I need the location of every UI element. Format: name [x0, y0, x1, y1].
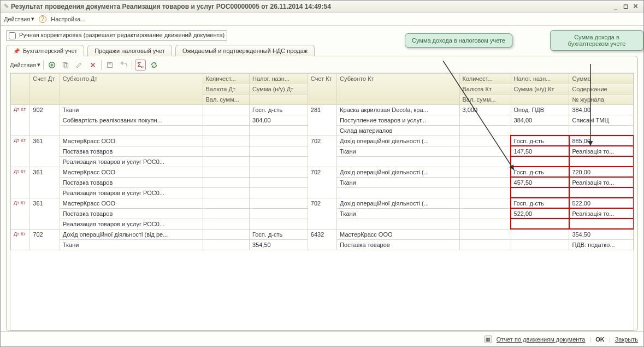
cell-summa-nu-kt: [511, 239, 569, 250]
cell-summa-nu-dt: 354,50: [250, 239, 308, 250]
cell-empty: [511, 156, 569, 167]
hdr-nalog-dt[interactable]: Налог. назн...: [250, 73, 308, 84]
footer: ▦ Отчет по движениям документа | OK | За…: [1, 331, 643, 346]
hdr-valsum-kt[interactable]: Вал. сумм...: [459, 94, 511, 104]
cell-valuta-dt: [203, 146, 249, 156]
hdr-icon[interactable]: [11, 73, 30, 104]
cell-nalog-dt: [250, 198, 308, 208]
table-row[interactable]: Дт Кт 361 МастерКрасс ООО 702 Дохід опер…: [11, 198, 634, 208]
cell-kolich-kt: [459, 136, 511, 146]
sum-button[interactable]: Σн: [135, 60, 146, 70]
cell-empty: [459, 125, 511, 136]
hdr-kolich[interactable]: Количест...: [203, 73, 249, 84]
cell-nalog-kt: [511, 229, 569, 239]
hdr-valsum-dt[interactable]: Вал. сумм...: [203, 94, 249, 104]
row-indicator: Дт Кт: [11, 104, 30, 136]
maximize-button[interactable]: ◻: [621, 3, 630, 10]
hdr-nozhurn[interactable]: № журнала: [569, 94, 634, 104]
close-link[interactable]: Закрыть: [615, 336, 638, 343]
save-button[interactable]: [104, 60, 115, 70]
copy-button[interactable]: [60, 60, 71, 70]
tab-vat[interactable]: Ожидаемый и подтвержденный НДС продаж: [175, 45, 315, 56]
hdr-summa-nu-dt[interactable]: Сумма (н/у) Дт: [250, 84, 308, 94]
cell-summa: 720,00: [569, 167, 634, 177]
tab-sales-tax-label: Продажи налоговый учет: [94, 48, 165, 54]
hdr-valuta-dt[interactable]: Валюта Дт: [203, 84, 249, 94]
cell-nalog-dt: [250, 167, 308, 177]
cell-schet-dt: 361: [30, 167, 60, 198]
cell-summa-nu-kt: 457,50: [511, 177, 569, 187]
cell-empty: [569, 219, 634, 229]
row-indicator: Дт Кт: [11, 167, 30, 198]
cell-nalog-kt: Госп. д-сть: [511, 167, 569, 177]
cell-nalog-dt: [250, 136, 308, 146]
help-icon[interactable]: ?: [39, 15, 46, 23]
table-row[interactable]: Дт Кт 702 Дохід операційної діяльності (…: [11, 229, 634, 239]
cell-subkonto-kt: Дохід операційної діяльності (...: [337, 136, 459, 146]
menu-actions-label: Действия: [4, 16, 30, 22]
separator: [132, 60, 132, 70]
hdr-subkonto-dt[interactable]: Субконто Дт: [60, 73, 203, 104]
cell-kolich-dt: [203, 198, 249, 208]
inner-actions[interactable]: Действия ▾: [10, 61, 40, 68]
cell-nalog-dt: Госп. д-сть: [250, 104, 308, 115]
close-button[interactable]: ✕: [630, 3, 640, 10]
table-row[interactable]: Дт Кт 361 МастерКрасс ООО 702 Дохід опер…: [11, 167, 634, 177]
menu-settings[interactable]: Настройка...: [51, 16, 85, 22]
edit-button[interactable]: [74, 60, 85, 70]
cell-kolich-kt: [459, 198, 511, 208]
cell-subkonto-dt: Реализация товаров и услуг РОС0...: [60, 156, 203, 167]
cell-empty: [203, 219, 249, 229]
hdr-nalog-kt[interactable]: Налог. назн...: [511, 73, 569, 84]
hdr-kolich-kt[interactable]: Количест...: [459, 73, 511, 84]
hdr-summa[interactable]: Сумма: [569, 73, 634, 84]
hdr-soderzhanie[interactable]: Содержание: [569, 84, 634, 94]
cell-subkonto-dt: Ткани: [60, 104, 203, 115]
ok-button[interactable]: OK: [595, 336, 605, 343]
grid-wrap[interactable]: Счет Дт Субконто Дт Количест... Налог. н…: [10, 73, 634, 331]
table-row[interactable]: Дт Кт 902 Ткани Госп. д-сть 281 Краска а…: [11, 104, 634, 115]
cell-summa-nu-dt: [250, 177, 308, 187]
table-row[interactable]: Дт Кт 361 МастерКрасс ООО 702 Дохід опер…: [11, 136, 634, 146]
cell-kolich-kt: [459, 229, 511, 239]
cell-kolich-dt: [203, 104, 249, 115]
cell-schet-dt: 902: [30, 104, 60, 136]
cell-subkonto-kt: Ткани: [337, 208, 459, 219]
cell-schet-kt: 702: [308, 136, 336, 167]
minimize-button[interactable]: _: [611, 3, 621, 10]
cell-schet-kt: 702: [308, 198, 336, 229]
cell-empty: [459, 187, 511, 198]
delete-button[interactable]: [87, 60, 98, 70]
tab-accounting[interactable]: 📌 Бухгалтерский учет: [6, 45, 84, 56]
inner-toolbar: Действия ▾ Σн: [10, 60, 634, 70]
cell-schet-kt: 281: [308, 104, 336, 136]
hdr-empty2[interactable]: [511, 94, 569, 104]
cell-empty: [511, 219, 569, 229]
hdr-schet-dt[interactable]: Счет Дт: [30, 73, 60, 104]
hdr-valuta-kt[interactable]: Валюта Кт: [459, 84, 511, 94]
hdr-summa-nu-kt[interactable]: Сумма (н/у) Кт: [511, 84, 569, 94]
cell-subkonto-dt: Ткани: [60, 239, 203, 250]
cell-subkonto-kt: Поступление товаров и услуг...: [337, 115, 459, 125]
cell-subkonto-dt: Дохід операційної діяльності (від ре...: [60, 229, 203, 239]
cell-valuta-kt: [459, 239, 511, 250]
hdr-empty1[interactable]: [250, 94, 308, 104]
report-link[interactable]: Отчет по движениям документа: [497, 336, 586, 343]
hdr-subkonto-kt[interactable]: Субконто Кт: [337, 73, 459, 104]
manual-edit-input[interactable]: [9, 32, 16, 39]
cell-empty: [203, 156, 249, 167]
cell-empty: [569, 125, 634, 136]
cell-kolich-kt: [459, 167, 511, 177]
hdr-schet-kt[interactable]: Счет Кт: [308, 73, 336, 104]
cell-schet-dt: 702: [30, 229, 60, 250]
cell-subkonto-kt: Дохід операційної діяльності (...: [337, 198, 459, 208]
inner-actions-label: Действия: [10, 62, 36, 68]
add-button[interactable]: [46, 60, 57, 70]
chevron-down-icon: ▾: [31, 15, 34, 22]
refresh-button[interactable]: [149, 60, 159, 70]
cell-empty: [459, 156, 511, 167]
undo-button[interactable]: [118, 60, 129, 70]
tab-sales-tax[interactable]: Продажи налоговый учет: [87, 45, 172, 56]
menu-actions[interactable]: Действия ▾: [4, 15, 34, 22]
manual-edit-checkbox[interactable]: Ручная корректировка (разрешает редактир…: [6, 30, 227, 41]
